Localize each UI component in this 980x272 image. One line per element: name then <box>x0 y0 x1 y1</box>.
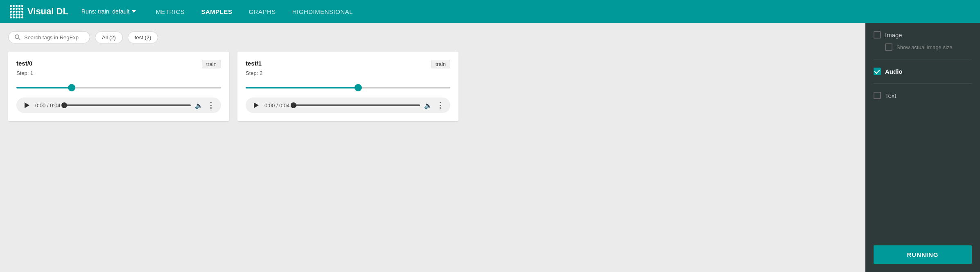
audio-label: Audio <box>885 68 903 75</box>
card-step-1: Step: 2 <box>246 70 450 76</box>
audio-checkbox-row[interactable]: Audio <box>874 68 972 75</box>
nav-metrics[interactable]: METRICS <box>156 8 185 15</box>
cards-grid: test/0 train Step: 1 0:00 / 0:04 <box>8 52 857 121</box>
running-button[interactable]: RUNNING <box>874 245 972 264</box>
play-icon-0 <box>25 102 29 108</box>
content-area: All (2) test (2) test/0 train Step: 1 <box>0 23 865 272</box>
svg-point-0 <box>15 35 19 39</box>
card-header-0: test/0 train <box>16 60 221 68</box>
card-title-0: test/0 <box>16 60 32 67</box>
text-checkbox[interactable] <box>874 92 881 99</box>
play-button-0[interactable] <box>23 101 31 109</box>
search-icon <box>14 34 21 41</box>
card-tag-1: train <box>431 60 450 68</box>
show-actual-size-row[interactable]: Show actual image size <box>885 43 972 51</box>
slider-thumb-1[interactable] <box>355 84 362 91</box>
card-tag-0: train <box>202 60 221 68</box>
image-checkbox[interactable] <box>874 31 881 39</box>
slider-1[interactable] <box>246 84 450 91</box>
sidebar: Image Show actual image size Audio Text … <box>865 23 980 272</box>
more-options-icon-1[interactable]: ⋮ <box>436 101 444 110</box>
text-label: Text <box>885 92 896 99</box>
audio-player-1: 0:00 / 0:04 🔈 ⋮ <box>246 97 450 113</box>
nav-samples[interactable]: SAMPLES <box>201 8 232 15</box>
audio-checkbox[interactable] <box>874 68 881 75</box>
time-display-1: 0:00 / 0:04 <box>264 102 289 109</box>
runs-label: Runs: train, default <box>81 8 130 15</box>
search-input[interactable] <box>24 34 81 41</box>
card-test1: test/1 train Step: 2 0:00 / 0:04 <box>237 52 458 121</box>
logo: Visual DL <box>10 5 68 18</box>
progress-thumb-1 <box>291 102 296 108</box>
divider-1 <box>874 59 972 59</box>
divider-2 <box>874 83 972 84</box>
card-step-0: Step: 1 <box>16 70 221 76</box>
time-display-0: 0:00 / 0:04 <box>35 102 60 109</box>
progress-bar-1[interactable] <box>294 104 420 106</box>
more-options-icon-0[interactable]: ⋮ <box>207 101 215 110</box>
card-header-1: test/1 train <box>246 60 450 68</box>
volume-icon-1[interactable]: 🔈 <box>424 102 432 109</box>
nav-graphs[interactable]: GRAPHS <box>248 8 275 15</box>
logo-icon <box>10 5 23 18</box>
play-icon-1 <box>254 102 259 108</box>
image-checkbox-row[interactable]: Image <box>874 31 972 39</box>
image-section: Image Show actual image size <box>874 31 972 51</box>
filter-all-button[interactable]: All (2) <box>95 32 123 43</box>
card-test0: test/0 train Step: 1 0:00 / 0:04 <box>8 52 229 121</box>
show-actual-size-label: Show actual image size <box>896 44 953 50</box>
card-title-1: test/1 <box>246 60 262 67</box>
slider-track-0 <box>16 87 221 88</box>
search-box <box>8 31 90 43</box>
text-checkbox-row[interactable]: Text <box>874 92 972 99</box>
slider-thumb-0[interactable] <box>68 84 75 91</box>
app-header: Visual DL Runs: train, default METRICS S… <box>0 0 980 23</box>
filter-test-button[interactable]: test (2) <box>128 32 158 43</box>
slider-0[interactable] <box>16 84 221 91</box>
main-layout: All (2) test (2) test/0 train Step: 1 <box>0 23 980 272</box>
svg-line-1 <box>19 39 20 40</box>
image-label: Image <box>885 32 902 39</box>
chevron-down-icon <box>132 10 136 13</box>
volume-icon-0[interactable]: 🔈 <box>195 102 203 109</box>
text-section: Text <box>874 92 972 99</box>
runs-selector[interactable]: Runs: train, default <box>81 8 136 15</box>
logo-text: Visual DL <box>27 6 68 17</box>
main-nav: METRICS SAMPLES GRAPHS HIGHDIMENSIONAL <box>156 8 353 15</box>
progress-bar-0[interactable] <box>64 104 191 106</box>
audio-player-0: 0:00 / 0:04 🔈 ⋮ <box>16 97 221 113</box>
show-actual-size-checkbox[interactable] <box>885 43 892 51</box>
toolbar: All (2) test (2) <box>8 31 857 43</box>
progress-thumb-0 <box>61 102 67 108</box>
audio-section: Audio <box>874 68 972 75</box>
nav-highdimensional[interactable]: HIGHDIMENSIONAL <box>292 8 353 15</box>
play-button-1[interactable] <box>252 101 260 109</box>
slider-track-1 <box>246 87 450 88</box>
